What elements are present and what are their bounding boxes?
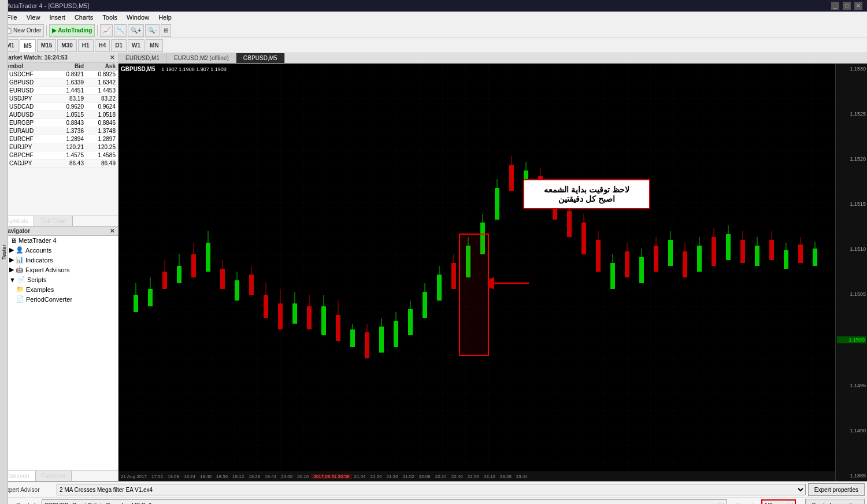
- period-select[interactable]: M5: [761, 499, 796, 504]
- chart-tab-gbpusd-m5[interactable]: GBPUSD,M5: [236, 53, 285, 63]
- tester-side-label: Tester: [0, 0, 8, 504]
- symbol-ask: 0.8846: [86, 119, 118, 127]
- script-icon: 📄: [17, 276, 25, 283]
- navigator-close[interactable]: ✕: [110, 228, 114, 234]
- price-1495: 1.1495: [837, 383, 866, 388]
- expand-icon-indicators: ▶: [9, 256, 14, 264]
- market-watch-row[interactable]: USDJPY83.1983.22: [0, 95, 118, 103]
- menu-help[interactable]: Help: [154, 13, 176, 22]
- menu-window[interactable]: Window: [122, 13, 154, 22]
- svg-rect-82: [712, 237, 716, 266]
- svg-rect-62: [567, 211, 572, 237]
- market-watch-row[interactable]: EURJPY120.21120.25: [0, 143, 118, 151]
- market-watch-row[interactable]: GBPUSD1.63391.6342: [0, 79, 118, 87]
- toolbar-1: 📋 New Order ▶ AutoTrading 📈 📉 🔍+ 🔍- ⊞: [0, 23, 867, 38]
- nav-tab-favorites[interactable]: Favorites: [36, 471, 72, 481]
- svg-rect-76: [668, 240, 673, 266]
- symbol-name: USDJPY: [8, 95, 54, 102]
- expert-properties-btn[interactable]: Expert properties: [808, 483, 865, 496]
- price-current: 1.1500: [837, 336, 866, 343]
- symbol-select[interactable]: GBPUSD, Great Britain Pound vs US Dollar: [42, 499, 727, 504]
- chart-tabs: EURUSD,M1 EURUSD,M2 (offline) GBPUSD,M5: [118, 53, 867, 64]
- svg-rect-18: [249, 275, 254, 295]
- autotrading-btn[interactable]: ▶ AutoTrading: [49, 24, 95, 37]
- mw-tab-tick[interactable]: Tick Chart: [34, 216, 72, 226]
- ea-select[interactable]: 2 MA Crosses Mega filter EA V1.ex4: [57, 484, 806, 495]
- zoom-in-btn[interactable]: 🔍+: [128, 24, 144, 37]
- nav-item-accounts[interactable]: ▶ 👤 Accounts: [0, 245, 118, 255]
- svg-rect-92: [784, 250, 788, 269]
- svg-rect-8: [177, 266, 181, 283]
- market-watch-row[interactable]: USDCAD0.96200.9624: [0, 103, 118, 111]
- svg-rect-52: [495, 188, 499, 220]
- menu-insert[interactable]: Insert: [45, 13, 70, 22]
- tf-mn[interactable]: MN: [146, 39, 163, 52]
- svg-rect-66: [596, 240, 601, 272]
- tf-w1[interactable]: W1: [128, 39, 144, 52]
- tf-h4[interactable]: H4: [95, 39, 110, 52]
- symbol-ask: 1.3748: [86, 127, 118, 135]
- market-watch-tabs: Symbols Tick Chart: [0, 216, 118, 226]
- nav-item-mt4[interactable]: ▼ 🖥 MetaTrader 4: [0, 236, 118, 245]
- svg-rect-12: [206, 243, 210, 272]
- close-btn[interactable]: ✕: [854, 2, 862, 10]
- symbol-bid: 83.19: [54, 95, 86, 102]
- symbol-name: USDCAD: [8, 103, 54, 110]
- svg-rect-70: [625, 251, 629, 277]
- new-order-btn[interactable]: 📋 New Order: [2, 24, 44, 37]
- svg-rect-72: [639, 257, 644, 283]
- market-watch-row[interactable]: GBPCHF1.45751.4585: [0, 151, 118, 160]
- title-bar: MetaTrader 4 - [GBPUSD,M5] _ □ ✕: [0, 0, 867, 12]
- menu-view[interactable]: View: [22, 13, 45, 22]
- svg-rect-40: [408, 309, 413, 335]
- chart-tab-eurusd-m1[interactable]: EURUSD,M1: [118, 53, 167, 63]
- time-axis: 21 Aug 2017 17:52 18:08 18:24 18:40 18:5…: [118, 472, 835, 481]
- chart-tab-eurusd-m2[interactable]: EURUSD,M2 (offline): [167, 53, 236, 63]
- market-watch-close[interactable]: ✕: [110, 54, 114, 61]
- symbol-name: EURAUD: [8, 127, 54, 135]
- bottom-panel: Tester Expert Advisor 2 MA Crosses Mega …: [0, 481, 867, 504]
- svg-rect-86: [740, 240, 745, 263]
- menu-charts[interactable]: Charts: [70, 13, 98, 22]
- nav-item-indicators[interactable]: ▶ 📊 Indicators: [0, 255, 118, 265]
- symbol-bid: 1.6339: [54, 79, 86, 86]
- annotation-arrow: [488, 272, 535, 296]
- minimize-btn[interactable]: _: [831, 2, 839, 10]
- menu-tools[interactable]: Tools: [98, 13, 122, 22]
- restore-btn[interactable]: □: [843, 2, 851, 10]
- chart-btn-1[interactable]: 📈: [100, 24, 113, 37]
- tf-d1[interactable]: D1: [111, 39, 127, 52]
- market-watch-row[interactable]: EURUSD1.44511.4453: [0, 87, 118, 95]
- svg-rect-6: [162, 272, 167, 289]
- menu-bar: File View Insert Charts Tools Window Hel…: [0, 12, 867, 23]
- nav-item-period-converter[interactable]: 📄 PeriodConverter: [0, 294, 118, 304]
- symbol-ask: 1.6342: [86, 79, 118, 86]
- nav-item-scripts[interactable]: ▼ 📄 Scripts: [0, 275, 118, 284]
- symbol-bid: 1.0515: [54, 111, 86, 118]
- symbol-ask: 0.8925: [86, 71, 118, 78]
- tf-m15[interactable]: M15: [37, 39, 56, 52]
- nav-item-experts[interactable]: ▶ 🤖 Expert Advisors: [0, 265, 118, 275]
- market-watch-row[interactable]: USDCHF0.89210.8925: [0, 71, 118, 79]
- symbol-bid: 86.43: [54, 160, 86, 167]
- chart-btn-2[interactable]: 📉: [114, 24, 127, 37]
- svg-rect-32: [350, 329, 355, 347]
- expand-icon-scripts: ▼: [9, 276, 16, 283]
- nav-item-examples[interactable]: 📁 Examples: [0, 284, 118, 294]
- zoom-out-btn[interactable]: 🔍-: [145, 24, 160, 37]
- symbol-properties-btn[interactable]: Symbol properties: [805, 499, 865, 504]
- market-watch-row[interactable]: EURAUD1.37361.3748: [0, 127, 118, 135]
- market-watch-row[interactable]: CADJPY86.4386.49: [0, 160, 118, 168]
- svg-rect-20: [264, 295, 268, 318]
- toolbar-timeframes: M1 M5 M15 M30 H1 H4 D1 W1 MN: [0, 38, 867, 53]
- tf-m30[interactable]: M30: [57, 39, 76, 52]
- grid-btn[interactable]: ⊞: [161, 24, 171, 37]
- price-1525: 1.1525: [837, 111, 866, 117]
- market-watch-row[interactable]: EURCHF1.28941.2897: [0, 135, 118, 143]
- tf-m5[interactable]: M5: [20, 39, 36, 52]
- autotrading-icon: ▶: [52, 27, 57, 34]
- tf-h1[interactable]: H1: [78, 39, 94, 52]
- market-watch-row[interactable]: AUDUSD1.05151.0518: [0, 111, 118, 119]
- market-watch-row[interactable]: EURGBP0.88430.8846: [0, 119, 118, 127]
- ea-row: Expert Advisor 2 MA Crosses Mega filter …: [0, 482, 867, 498]
